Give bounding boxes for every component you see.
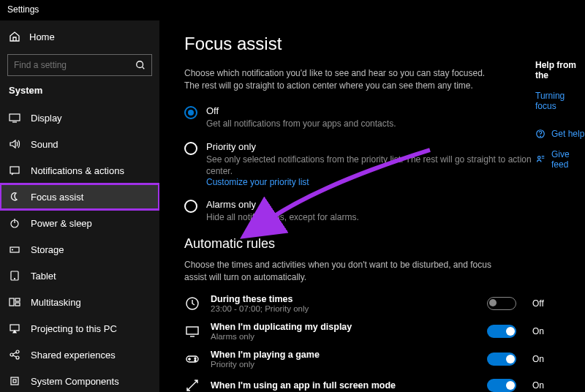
rule-title: When I'm playing a game	[211, 350, 477, 360]
shared-icon	[9, 349, 20, 361]
main-panel: Focus assist Choose which notification y…	[159, 20, 585, 392]
sidebar-item-label: Power & sleep	[31, 218, 92, 229]
sidebar-item-label: Sound	[31, 139, 58, 150]
rule-during-times[interactable]: During these times23:00 - 07:00; Priorit…	[184, 294, 550, 313]
sidebar-item-label: Storage	[31, 244, 64, 255]
sidebar-item-projecting[interactable]: Projecting to this PC	[0, 315, 159, 342]
sidebar-item-focus-assist[interactable]: Focus assist	[0, 184, 159, 210]
svg-point-21	[195, 360, 196, 361]
tablet-icon	[9, 270, 20, 282]
svg-rect-8	[10, 298, 14, 306]
projecting-icon	[9, 323, 20, 334]
toggle-during-times[interactable]	[487, 297, 516, 310]
storage-icon	[9, 244, 20, 255]
display-icon	[9, 112, 20, 124]
radio-bullet-icon	[184, 142, 197, 155]
svg-rect-15	[11, 377, 18, 385]
radio-sub: Get all notifications from your apps and…	[206, 118, 396, 129]
toggle-label: On	[532, 326, 550, 336]
sidebar-item-shared[interactable]: Shared experiences	[0, 342, 159, 368]
sidebar-item-tablet[interactable]: Tablet	[0, 263, 159, 289]
svg-point-20	[195, 358, 196, 359]
radio-sub: See only selected notifications from the…	[206, 154, 535, 177]
sidebar-item-power[interactable]: Power & sleep	[0, 210, 159, 236]
multitasking-icon	[9, 296, 20, 308]
sidebar-item-label: Shared experiences	[31, 350, 116, 361]
sidebar-item-storage[interactable]: Storage	[0, 236, 159, 263]
help-heading: Help from the	[535, 60, 585, 80]
radio-bullet-icon	[184, 106, 197, 119]
rule-duplicating-display[interactable]: When I'm duplicating my displayAlarms on…	[184, 322, 550, 341]
sidebar: Home System Display Sound Notifications …	[0, 20, 159, 392]
svg-rect-9	[15, 298, 20, 301]
sidebar-item-label: Notifications & actions	[31, 165, 124, 176]
get-help-link[interactable]: Get help	[535, 129, 585, 139]
sidebar-item-label: System Components	[31, 376, 119, 387]
fullscreen-icon	[184, 377, 200, 392]
sidebar-item-notifications[interactable]: Notifications & actions	[0, 157, 159, 184]
section-header-system: System	[0, 83, 159, 105]
rule-fullscreen-app[interactable]: When I'm using an app in full screen mod…	[184, 377, 550, 392]
sidebar-item-multitasking[interactable]: Multitasking	[0, 289, 159, 315]
svg-rect-16	[13, 380, 16, 382]
svg-rect-18	[186, 327, 198, 334]
svg-rect-10	[15, 303, 20, 306]
notifications-icon	[9, 165, 20, 176]
sidebar-item-sound[interactable]: Sound	[0, 131, 159, 157]
automatic-rules-heading: Automatic rules	[184, 236, 585, 252]
svg-point-7	[15, 279, 15, 279]
toggle-label: On	[532, 380, 550, 391]
toggle-label: Off	[532, 298, 550, 309]
sidebar-item-components[interactable]: System Components	[0, 368, 159, 392]
svg-point-13	[16, 350, 19, 353]
help-link-turning-focus[interactable]: Turning focus	[535, 91, 585, 111]
page-intro: Choose which notification you'd like to …	[184, 67, 491, 92]
radio-priority-only[interactable]: Priority onlySee only selected notificat…	[184, 141, 535, 187]
power-icon	[9, 217, 20, 229]
svg-point-23	[540, 136, 541, 137]
page-title: Focus assist	[184, 34, 585, 54]
gamepad-icon	[184, 351, 200, 367]
radio-title: Off	[206, 105, 396, 116]
search-field[interactable]	[14, 60, 135, 70]
monitor-icon	[184, 323, 200, 339]
sound-icon	[9, 138, 20, 150]
toggle-label: On	[532, 354, 550, 364]
svg-rect-2	[10, 167, 19, 173]
sidebar-item-label: Display	[31, 113, 62, 124]
radio-alarms-only[interactable]: Alarms onlyHide all notifications, excep…	[184, 199, 535, 223]
svg-rect-4	[10, 247, 19, 252]
help-column: Help from the Turning focus Get help Giv…	[535, 60, 585, 180]
toggle-fullscreen-app[interactable]	[487, 379, 516, 392]
rule-sub: Priority only	[211, 360, 477, 369]
focus-assist-icon	[9, 191, 20, 203]
give-feedback-link[interactable]: Give feed	[535, 149, 585, 170]
radio-bullet-icon	[184, 200, 197, 213]
svg-point-24	[538, 157, 541, 159]
home-button[interactable]: Home	[0, 25, 159, 48]
radio-sub: Hide all notifications, except for alarm…	[206, 211, 359, 223]
sidebar-item-label: Multitasking	[31, 297, 81, 308]
window-title: Settings	[0, 0, 585, 20]
customize-priority-link[interactable]: Customize your priority list	[206, 177, 535, 187]
toggle-playing-game[interactable]	[487, 353, 516, 366]
sidebar-item-label: Tablet	[31, 271, 56, 282]
svg-point-12	[10, 353, 13, 356]
automatic-rules-intro: Choose the times and activities when you…	[184, 259, 491, 284]
svg-point-0	[137, 61, 143, 68]
feedback-icon	[535, 154, 546, 165]
radio-title: Alarms only	[206, 199, 359, 210]
rule-sub: Alarms only	[211, 332, 477, 341]
search-icon	[135, 60, 146, 70]
sidebar-item-display[interactable]: Display	[0, 105, 159, 131]
svg-rect-11	[10, 325, 19, 331]
radio-off[interactable]: OffGet all notifications from your apps …	[184, 105, 535, 129]
toggle-duplicating-display[interactable]	[487, 325, 516, 338]
clock-icon	[184, 295, 200, 312]
home-label: Home	[29, 31, 55, 42]
search-input[interactable]	[7, 54, 152, 76]
components-icon	[9, 375, 20, 387]
rule-title: During these times	[211, 294, 477, 304]
sidebar-item-label: Projecting to this PC	[31, 323, 117, 334]
rule-playing-game[interactable]: When I'm playing a gamePriority only On	[184, 350, 550, 369]
